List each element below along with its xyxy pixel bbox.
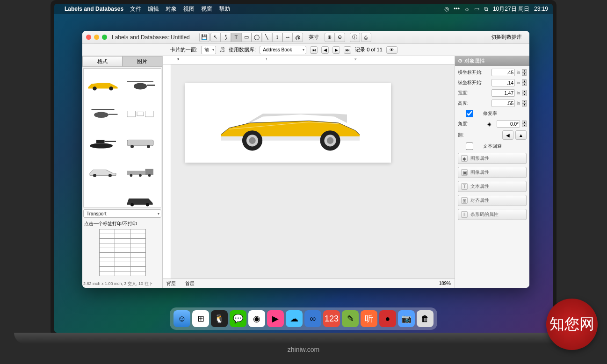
thumb-sedan[interactable]: [87, 158, 119, 185]
flip-h-button[interactable]: ◀: [502, 130, 513, 140]
panel-image-props[interactable]: ▣图像属性: [458, 167, 527, 178]
ruler-tool[interactable]: ⟟: [272, 33, 282, 42]
menubar-brightness-icon[interactable]: ☼: [464, 6, 470, 12]
close-button[interactable]: [86, 35, 91, 40]
menu-object[interactable]: 对象: [166, 5, 177, 13]
at-tool[interactable]: @: [293, 33, 303, 42]
side-front-select[interactable]: 前: [201, 46, 216, 54]
y-stepper[interactable]: ▴▾: [522, 79, 527, 86]
menubar-time[interactable]: 23:19: [534, 6, 548, 12]
zoom-out-button[interactable]: ⊖: [335, 33, 345, 42]
switch-to-database[interactable]: 切换到数据库: [487, 34, 526, 41]
flip-v-button[interactable]: ▲: [515, 130, 527, 140]
x-stepper[interactable]: ▴▾: [522, 69, 527, 76]
label-card[interactable]: [185, 83, 391, 163]
line-tool[interactable]: ╲: [262, 33, 272, 42]
dock-finder[interactable]: ☺: [173, 310, 190, 327]
dock-labels[interactable]: ●: [379, 310, 396, 327]
thumb-helicopter-2[interactable]: [87, 100, 119, 127]
next-record-button[interactable]: ▶: [332, 46, 340, 54]
zoom-level[interactable]: 189%: [439, 281, 451, 286]
svg-point-0: [93, 86, 96, 90]
panel-shape-props[interactable]: ◆图形属性: [458, 153, 527, 164]
dock-qq[interactable]: 🐧: [211, 310, 228, 327]
curve-tool[interactable]: ⟆: [221, 33, 231, 42]
tab-image[interactable]: 图片: [123, 56, 163, 67]
menu-window[interactable]: 视窗: [201, 5, 212, 13]
dock: ☺ ⊞ 🐧 💬 ◉ ▶ ☁ ∞ 123 ✎ 听 ● 📷 🗑: [170, 307, 437, 330]
dock-app3[interactable]: ✎: [342, 310, 359, 327]
thumb-helicopter-1[interactable]: [124, 71, 157, 98]
menu-view[interactable]: 视图: [183, 5, 195, 13]
dock-trash[interactable]: 🗑: [417, 310, 434, 327]
dock-123[interactable]: 123: [323, 310, 340, 327]
tab-format[interactable]: 格式: [82, 56, 123, 67]
keep-ratio-label: 修复率: [483, 110, 527, 117]
prev-record-button[interactable]: ◀: [321, 46, 329, 54]
image-gallery[interactable]: [83, 68, 161, 207]
menubar-more-icon[interactable]: •••: [454, 6, 460, 12]
text-wrap-checkbox[interactable]: [458, 143, 481, 150]
dock-app2[interactable]: ∞: [304, 310, 321, 327]
panel-align-props[interactable]: ⊞对齐属性: [458, 195, 527, 206]
layer-front[interactable]: 首层: [185, 280, 195, 287]
first-record-button[interactable]: ⏮: [310, 46, 318, 54]
canvas[interactable]: [171, 64, 455, 278]
menubar-date[interactable]: 10月27日 周日: [493, 5, 529, 13]
thumb-van[interactable]: [124, 129, 157, 156]
maximize-button[interactable]: [102, 35, 107, 40]
minimize-button[interactable]: [94, 35, 99, 40]
width-stepper[interactable]: ▴▾: [522, 90, 527, 96]
dock-launchpad[interactable]: ⊞: [192, 310, 209, 327]
angle-dial-icon[interactable]: ◉: [487, 121, 495, 127]
menubar-app-name[interactable]: Labels and Databases: [65, 6, 123, 12]
thumb-tank[interactable]: [87, 129, 119, 156]
panel-barcode-props[interactable]: ⦀条形码的属性: [458, 209, 527, 220]
dock-app1[interactable]: ▶: [267, 310, 284, 327]
info-button[interactable]: ⓘ: [350, 33, 360, 42]
last-record-button[interactable]: ⏭: [344, 46, 351, 54]
panel-text-props[interactable]: T文本属性: [458, 181, 527, 192]
height-stepper[interactable]: ▴▾: [522, 100, 527, 107]
y-input[interactable]: [491, 79, 515, 86]
car-image[interactable]: [204, 93, 372, 152]
height-input[interactable]: [491, 100, 515, 107]
zoom-in-button[interactable]: ⊕: [325, 33, 335, 42]
category-select[interactable]: Transport: [83, 209, 161, 218]
angle-stepper[interactable]: ▴▾: [522, 121, 527, 127]
units-label[interactable]: 英寸: [304, 34, 324, 41]
dock-camera[interactable]: 📷: [398, 310, 415, 327]
svg-rect-14: [127, 140, 153, 146]
angle-input[interactable]: [497, 120, 520, 128]
oval-tool[interactable]: ◯: [252, 33, 262, 42]
label-grid[interactable]: [99, 229, 146, 276]
dock-chrome[interactable]: ◉: [248, 310, 265, 327]
dock-cloud[interactable]: ☁: [286, 310, 303, 327]
menu-help[interactable]: 帮助: [219, 5, 230, 13]
menu-edit[interactable]: 编辑: [148, 5, 159, 13]
menubar-screen-icon[interactable]: ▭: [474, 6, 479, 12]
laptop-base: [14, 333, 593, 344]
save-button[interactable]: 💾: [199, 33, 210, 42]
menu-file[interactable]: 文件: [130, 5, 141, 13]
dock-app4[interactable]: 听: [361, 310, 377, 327]
dock-wechat[interactable]: 💬: [230, 310, 246, 327]
database-select[interactable]: Address Book: [260, 46, 306, 54]
thumb-yellow-car[interactable]: [87, 71, 119, 98]
thumb-truck[interactable]: [124, 158, 157, 185]
menubar-compass-icon[interactable]: ◎: [444, 6, 449, 12]
svg-point-30: [249, 137, 255, 144]
keep-ratio-checkbox[interactable]: [458, 110, 481, 117]
thumb-suv[interactable]: [124, 187, 157, 207]
width-input[interactable]: [491, 89, 515, 97]
text-tool[interactable]: T: [231, 33, 241, 42]
layer-back[interactable]: 背层: [166, 280, 176, 287]
print-button[interactable]: ⎙: [361, 33, 371, 42]
menubar-wifi-icon[interactable]: ⧉: [484, 6, 488, 12]
pointer-tool[interactable]: ↖: [210, 33, 221, 42]
thumb-satellite[interactable]: [124, 100, 157, 127]
preview-button[interactable]: 👁: [386, 46, 397, 54]
dropper-tool[interactable]: ꕀ: [282, 33, 293, 42]
x-input[interactable]: [491, 69, 515, 76]
rect-tool[interactable]: ▭: [241, 33, 252, 42]
